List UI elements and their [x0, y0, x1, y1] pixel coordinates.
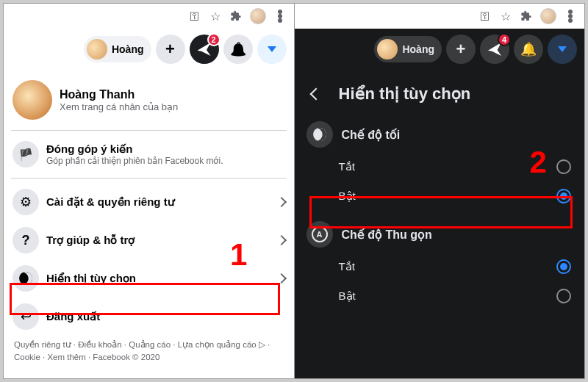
browser-avatar-icon[interactable]	[250, 8, 266, 24]
messenger-button[interactable]: 2	[190, 35, 219, 64]
plus-icon	[165, 41, 175, 57]
radio-on-icon	[556, 189, 571, 203]
create-button[interactable]	[446, 35, 476, 64]
dark-mode-section: Chế độ tối	[298, 117, 582, 152]
profile-short-name: Hoàng	[112, 43, 144, 55]
browser-avatar-icon[interactable]	[540, 8, 556, 24]
option-off-label: Tắt	[339, 260, 355, 273]
logout-icon	[12, 303, 39, 330]
compact-on-option[interactable]: Bật	[298, 281, 582, 311]
profile-pill[interactable]: Hoàng	[374, 36, 442, 62]
dark-mode-on-option[interactable]: Bật	[298, 181, 582, 211]
chevron-right-icon	[278, 275, 285, 282]
option-on-label: Bật	[339, 289, 356, 303]
back-arrow-icon	[312, 90, 320, 98]
radio-off-icon	[556, 289, 571, 303]
chevron-down-icon	[268, 46, 276, 52]
compact-off-option[interactable]: Tắt	[298, 252, 582, 281]
messenger-button[interactable]: 4	[480, 35, 509, 64]
help-label: Trợ giúp & hỗ trợ	[46, 234, 270, 247]
display-label: Hiển thị tùy chọn	[46, 272, 270, 285]
compact-icon: A	[306, 221, 333, 248]
fb-header: Hoàng 2	[4, 29, 294, 70]
dark-mode-off-option[interactable]: Tắt	[298, 152, 582, 181]
profile-sub: Xem trang cá nhân của bạn	[60, 101, 178, 112]
create-button[interactable]	[156, 35, 185, 64]
help-row[interactable]: Trợ giúp & hỗ trợ	[8, 221, 290, 259]
dark-mode-label: Chế độ tối	[342, 128, 401, 142]
account-dropdown: Hoàng Thanh Xem trang cá nhân của bạn Đó…	[4, 70, 294, 378]
compact-mode-label: Chế độ Thu gọn	[342, 228, 432, 242]
chevron-right-icon	[278, 237, 285, 244]
feedback-icon	[12, 141, 39, 167]
bell-icon	[520, 41, 537, 57]
profile-short-name: Hoàng	[402, 43, 434, 55]
messenger-badge: 2	[207, 33, 220, 46]
footer-links[interactable]: Quyền riêng tư · Điều khoản · Quảng cáo …	[8, 336, 290, 370]
browser-chrome: ⚿ ☆	[295, 4, 585, 29]
logout-label: Đăng xuất	[46, 310, 285, 323]
feedback-sub: Góp phần cải thiện phiên bản Facebook mớ…	[46, 156, 285, 166]
view-profile-row[interactable]: Hoàng Thanh Xem trang cá nhân của bạn	[8, 74, 290, 126]
notifications-button[interactable]	[514, 35, 543, 64]
account-menu-button[interactable]	[257, 35, 287, 64]
bookmark-star-icon[interactable]: ☆	[209, 10, 222, 23]
feedback-row[interactable]: Đóng góp ý kiến Góp phần cải thiện phiên…	[8, 135, 290, 173]
extensions-icon[interactable]	[229, 10, 243, 23]
bookmark-star-icon[interactable]: ☆	[499, 10, 512, 23]
option-off-label: Tắt	[339, 160, 355, 173]
messenger-badge: 4	[498, 33, 511, 46]
kebab-menu-icon[interactable]	[273, 10, 287, 23]
notifications-button[interactable]	[223, 35, 253, 64]
option-on-label: Bật	[339, 190, 356, 203]
key-icon[interactable]: ⚿	[188, 10, 201, 23]
kebab-menu-icon[interactable]	[564, 10, 577, 23]
settings-label: Cài đặt & quyền riêng tư	[46, 195, 270, 209]
compact-mode-section: A Chế độ Thu gọn	[298, 217, 582, 252]
help-icon	[12, 227, 39, 253]
profile-pill[interactable]: Hoàng	[84, 36, 151, 62]
avatar-icon	[87, 39, 107, 60]
display-options-row[interactable]: Hiển thị tùy chọn	[8, 259, 290, 298]
key-icon[interactable]: ⚿	[478, 10, 492, 23]
gear-icon	[12, 189, 39, 215]
browser-chrome: ⚿ ☆	[4, 4, 294, 29]
divider	[11, 178, 287, 179]
chevron-right-icon	[278, 198, 285, 206]
extensions-icon[interactable]	[520, 10, 533, 23]
logout-row[interactable]: Đăng xuất	[8, 298, 290, 336]
plus-icon	[456, 41, 466, 57]
settings-row[interactable]: Cài đặt & quyền riêng tư	[8, 183, 290, 221]
radio-off-icon	[556, 159, 571, 174]
account-menu-button[interactable]	[548, 35, 577, 64]
fb-header: Hoàng 4	[295, 29, 585, 70]
avatar-icon	[377, 39, 398, 60]
radio-on-icon	[556, 259, 571, 274]
messenger-icon	[198, 43, 211, 56]
display-options-panel: Hiển thị tùy chọn Chế độ tối Tắt Bật A C…	[295, 70, 585, 378]
back-button[interactable]	[304, 82, 329, 107]
feedback-title: Đóng góp ý kiến	[46, 143, 285, 156]
panel-title: Hiển thị tùy chọn	[339, 84, 471, 104]
profile-full-name: Hoàng Thanh	[60, 88, 178, 101]
moon-icon	[306, 121, 333, 148]
avatar-large	[12, 80, 52, 120]
moon-icon	[12, 265, 39, 292]
bell-icon	[230, 41, 246, 57]
divider	[11, 130, 287, 131]
chevron-down-icon	[558, 46, 567, 52]
